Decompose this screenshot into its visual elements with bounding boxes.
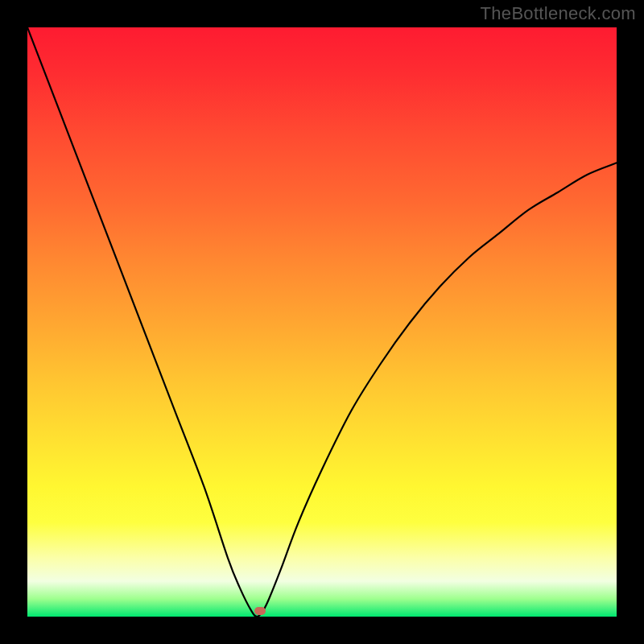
optimal-point-marker <box>254 607 266 615</box>
chart-frame: TheBottleneck.com <box>0 0 644 644</box>
plot-area <box>27 27 617 617</box>
bottleneck-curve <box>27 27 617 617</box>
watermark-text: TheBottleneck.com <box>481 3 636 24</box>
curve-layer <box>27 27 617 617</box>
